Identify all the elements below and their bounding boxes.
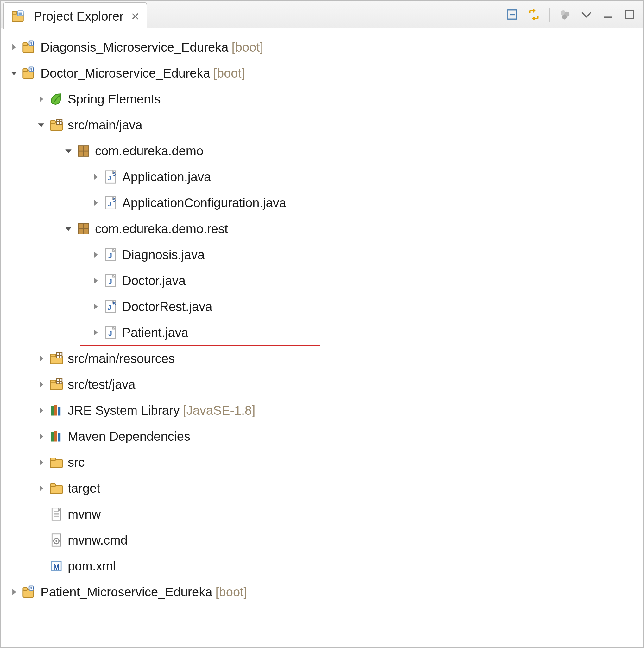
chevron-right-icon[interactable] — [89, 326, 102, 339]
tree-item-label: src/main/resources — [68, 352, 175, 366]
tree-item-suffix: [boot] — [213, 66, 245, 80]
svg-text:J: J — [108, 278, 112, 286]
tree-item[interactable]: J Patient.java — [80, 320, 320, 345]
svg-line-82 — [58, 543, 59, 543]
tree-item[interactable]: J S DoctorRest.java — [80, 293, 320, 320]
chevron-right-icon[interactable] — [35, 352, 48, 365]
svg-text:S: S — [33, 587, 34, 590]
spring-project-icon: M S — [22, 66, 36, 80]
library-icon — [49, 429, 63, 443]
tree-item[interactable]: mvnw — [1, 501, 643, 527]
m-file-icon: M — [49, 559, 63, 573]
svg-text:S: S — [113, 301, 116, 306]
svg-rect-19 — [23, 69, 28, 71]
view-menu-button[interactable] — [578, 6, 595, 23]
tree-item[interactable]: src/main/resources — [1, 345, 643, 372]
java-s-icon: J S — [104, 196, 118, 210]
maximize-button[interactable] — [621, 6, 638, 23]
svg-rect-63 — [54, 431, 57, 442]
svg-rect-24 — [50, 120, 56, 123]
svg-rect-59 — [51, 406, 54, 416]
toolbar-separator — [549, 8, 550, 21]
link-editor-button[interactable] — [526, 6, 542, 23]
chevron-down-icon[interactable] — [8, 67, 20, 79]
tree-item[interactable]: M pom.xml — [1, 553, 643, 579]
chevron-right-icon[interactable] — [89, 274, 102, 287]
tree-item[interactable]: J S ApplicationConfiguration.java — [1, 190, 643, 216]
chevron-right-icon[interactable] — [35, 430, 48, 443]
tree-item[interactable]: src — [1, 449, 643, 475]
file-icon — [49, 507, 63, 521]
svg-rect-66 — [50, 458, 56, 461]
chevron-right-icon[interactable] — [35, 378, 48, 391]
spring-project-icon: M S — [22, 585, 36, 599]
chevron-down-icon[interactable] — [62, 145, 75, 157]
chevron-right-icon[interactable] — [35, 93, 48, 105]
svg-rect-61 — [58, 407, 60, 416]
package-folder-icon — [49, 352, 63, 366]
tree-item[interactable]: Spring Elements — [1, 86, 643, 112]
spring-leaf-icon — [49, 92, 63, 106]
collapse-all-button[interactable] — [504, 6, 521, 23]
svg-line-81 — [54, 539, 55, 539]
close-icon[interactable]: ✕ — [131, 10, 140, 23]
chevron-right-icon[interactable] — [8, 41, 20, 53]
tree-item[interactable]: J Doctor.java — [80, 268, 320, 293]
view-toolbar — [504, 1, 643, 28]
chevron-right-icon[interactable] — [35, 482, 48, 494]
svg-text:J: J — [108, 200, 111, 208]
svg-rect-64 — [58, 433, 60, 442]
tree-item[interactable]: com.edureka.demo.rest — [1, 216, 643, 242]
tree-item[interactable]: M S Diagonsis_Microservice_Edureka[boot] — [1, 34, 643, 60]
tree-item[interactable]: JRE System Library[JavaSE-1.8] — [1, 397, 643, 423]
tree-item[interactable]: M S Patient_Microservice_Edureka[boot] — [1, 579, 643, 605]
tree-item[interactable]: J Diagnosis.java — [80, 242, 320, 268]
svg-rect-88 — [23, 588, 28, 590]
tree-item[interactable]: J S Application.java — [1, 164, 643, 190]
focus-button[interactable] — [557, 6, 573, 23]
tree-item-label: Patient_Microservice_Edureka — [41, 585, 212, 599]
chevron-right-icon[interactable] — [89, 249, 102, 261]
tree-item[interactable]: mvnw.cmd — [1, 527, 643, 553]
chevron-right-icon[interactable] — [89, 197, 102, 209]
svg-text:M: M — [30, 587, 32, 590]
chevron-right-icon[interactable] — [8, 586, 20, 598]
tree-item-suffix: [boot] — [215, 585, 247, 599]
package-folder-icon — [49, 377, 63, 391]
chevron-down-icon[interactable] — [62, 222, 75, 235]
package-folder-icon — [49, 118, 63, 132]
view-tab[interactable]: Project Explorer ✕ — [3, 2, 147, 29]
svg-rect-62 — [51, 432, 54, 441]
tree-item[interactable]: target — [1, 475, 643, 501]
tree-item[interactable]: com.edureka.demo — [1, 138, 643, 164]
svg-text:J: J — [108, 330, 112, 338]
tree-item-label: Doctor_Microservice_Edureka — [41, 66, 210, 80]
project-explorer-icon — [11, 9, 25, 23]
tree-item-label: Diagonsis_Microservice_Edureka — [41, 40, 229, 54]
package-icon — [77, 144, 91, 158]
chevron-right-icon[interactable] — [89, 170, 102, 183]
tree-item-label: com.edureka.demo — [95, 144, 203, 158]
chevron-right-icon[interactable] — [35, 404, 48, 417]
java-icon: J — [104, 326, 118, 339]
library-icon — [49, 403, 63, 417]
tree-item-label: com.edureka.demo.rest — [95, 222, 228, 236]
java-icon: J — [104, 248, 118, 262]
tree-item[interactable]: src/test/java — [1, 372, 643, 397]
chevron-right-icon[interactable] — [89, 300, 102, 313]
view-title: Project Explorer — [34, 9, 124, 23]
tree-item[interactable]: M S Doctor_Microservice_Edureka[boot] — [1, 60, 643, 86]
svg-rect-11 — [604, 16, 612, 18]
tree-item[interactable]: src/main/java — [1, 112, 643, 138]
tree-item[interactable]: Maven Dependencies — [1, 423, 643, 449]
chevron-down-icon[interactable] — [35, 119, 48, 131]
svg-rect-68 — [50, 484, 56, 486]
svg-rect-60 — [54, 405, 57, 416]
svg-text:J: J — [108, 174, 111, 182]
chevron-right-icon[interactable] — [35, 456, 48, 469]
project-tree[interactable]: M S Diagonsis_Microservice_Edureka[boot]… — [1, 29, 643, 647]
spring-project-icon: M S — [22, 40, 36, 54]
tree-item-label: target — [68, 481, 100, 495]
minimize-button[interactable] — [600, 6, 616, 23]
svg-rect-14 — [23, 43, 28, 45]
